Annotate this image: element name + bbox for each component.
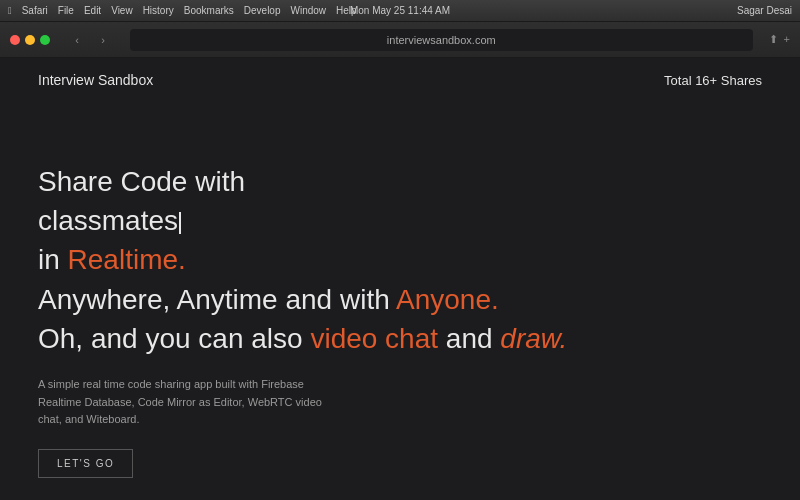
site-header: Interview Sandbox Total 16+ Shares xyxy=(0,58,800,102)
os-menu-items:  Safari File Edit View History Bookmark… xyxy=(8,5,357,16)
share-icon[interactable]: ⬆ xyxy=(769,33,778,46)
lets-go-button[interactable]: LET'S GO xyxy=(38,449,133,478)
menu-file[interactable]: File xyxy=(58,5,74,16)
hero-line-3: in Realtime. xyxy=(38,240,762,279)
menu-window[interactable]: Window xyxy=(290,5,326,16)
url-text: interviewsandbox.com xyxy=(387,34,496,46)
hero-line-2: classmates xyxy=(38,201,762,240)
os-clock: Mon May 25 11:44 AM xyxy=(350,5,450,16)
forward-button[interactable]: › xyxy=(92,31,114,49)
apple-menu[interactable]:  xyxy=(8,5,12,16)
nav-buttons: ‹ › xyxy=(66,31,114,49)
hero-subtext: A simple real time code sharing app buil… xyxy=(38,376,338,429)
site-logo: Interview Sandbox xyxy=(38,72,153,88)
hero-line-4: Anywhere, Anytime and with Anyone. xyxy=(38,280,762,319)
hero-headline: Share Code with classmates in Realtime. … xyxy=(38,162,762,358)
app-name: Safari xyxy=(22,5,48,16)
maximize-window-button[interactable] xyxy=(40,35,50,45)
os-system-icons: Sagar Desai xyxy=(737,5,792,16)
browser-toolbar: ‹ › interviewsandbox.com ⬆ + xyxy=(0,22,800,58)
hero-section: Share Code with classmates in Realtime. … xyxy=(0,102,800,478)
menu-edit[interactable]: Edit xyxy=(84,5,101,16)
menu-history[interactable]: History xyxy=(143,5,174,16)
menu-view[interactable]: View xyxy=(111,5,133,16)
browser-action-icons: ⬆ + xyxy=(769,33,790,46)
window-controls xyxy=(10,35,50,45)
menu-bookmarks[interactable]: Bookmarks xyxy=(184,5,234,16)
user-name: Sagar Desai xyxy=(737,5,792,16)
menu-develop[interactable]: Develop xyxy=(244,5,281,16)
address-bar[interactable]: interviewsandbox.com xyxy=(130,29,753,51)
close-window-button[interactable] xyxy=(10,35,20,45)
text-cursor xyxy=(179,212,181,234)
back-button[interactable]: ‹ xyxy=(66,31,88,49)
website-content: Interview Sandbox Total 16+ Shares Share… xyxy=(0,58,800,500)
hero-line-5: Oh, and you can also video chat and draw… xyxy=(38,319,762,358)
os-menu-bar:  Safari File Edit View History Bookmark… xyxy=(0,0,800,22)
minimize-window-button[interactable] xyxy=(25,35,35,45)
hero-line-1: Share Code with xyxy=(38,162,762,201)
add-tab-icon[interactable]: + xyxy=(784,33,790,46)
shares-count: Total 16+ Shares xyxy=(664,73,762,88)
